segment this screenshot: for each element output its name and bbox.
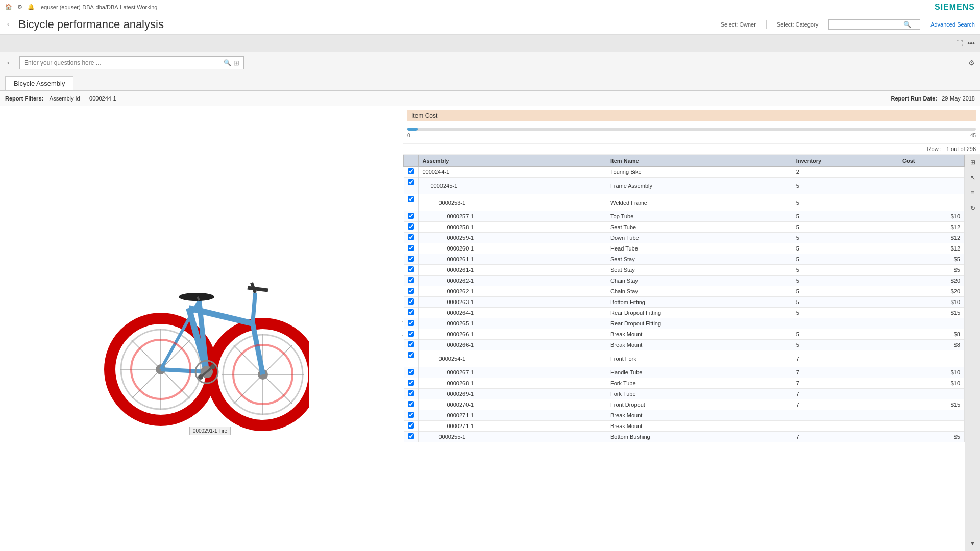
row-checkbox[interactable]	[408, 298, 414, 305]
table-row[interactable]: 0000244-1 Touring Bike 2	[404, 167, 965, 178]
table-row[interactable]: 0000270-1 Front Dropout 7 $15	[404, 399, 965, 410]
row-checkbox[interactable]	[408, 412, 414, 418]
filter-text: Report Filters: Assembly Id – 0000244-1	[5, 95, 116, 102]
assembly-column-header[interactable]: Assembly	[418, 155, 606, 167]
settings-icon[interactable]: ⚙	[17, 4, 22, 10]
row-checkbox[interactable]	[408, 196, 414, 202]
table-row[interactable]: 0000266-1 Break Mount 5 $8	[404, 329, 965, 340]
top-search-box[interactable]: 🔍	[828, 19, 920, 30]
row-checkbox[interactable]	[408, 341, 414, 347]
table-row[interactable]: 0000257-1 Top Tube 5 $10	[404, 211, 965, 222]
row-checkbox[interactable]	[408, 309, 414, 315]
searchbar-back-button[interactable]: ←	[5, 57, 15, 68]
row-checkbox[interactable]	[408, 213, 414, 219]
row-checkbox[interactable]	[408, 277, 414, 283]
assembly-id-cell: 0000265-1	[418, 318, 606, 329]
table-row[interactable]: 0000261-1 Seat Stay 5 $5	[404, 254, 965, 265]
table-row[interactable]: 0000262-1 Chain Stay 5 $20	[404, 276, 965, 286]
item-name-cell: Chain Stay	[606, 276, 792, 286]
cost-slider-track[interactable]	[407, 128, 976, 131]
row-checkbox[interactable]	[408, 223, 414, 230]
row-checkbox[interactable]	[408, 390, 414, 396]
inventory-cell: 5	[792, 194, 898, 211]
table-row[interactable]: 0000262-1 Chain Stay 5 $20	[404, 286, 965, 297]
search-icon[interactable]: 🔍	[224, 59, 231, 66]
tab-bicycle-assembly[interactable]: Bicycle Assembly	[5, 76, 74, 90]
cost-cell: $5	[898, 254, 965, 265]
assembly-id-value: 0000264-1	[423, 310, 474, 316]
advanced-search-link[interactable]: Advanced Search	[930, 21, 975, 28]
table-row[interactable]: — 0000254-1 Front Fork 7	[404, 350, 965, 367]
table-row[interactable]: 0000259-1 Down Tube 5 $12	[404, 233, 965, 243]
home-icon[interactable]: 🏠	[5, 4, 12, 10]
row-checkbox[interactable]	[408, 352, 414, 358]
row-checkbox[interactable]	[408, 422, 414, 429]
item-name-column-header[interactable]: Item Name	[606, 155, 792, 167]
filter-icon[interactable]: ⊞	[233, 59, 239, 67]
row-checkbox[interactable]	[408, 245, 414, 251]
row-checkbox[interactable]	[408, 380, 414, 386]
row-checkbox-cell	[404, 410, 419, 421]
row-checkbox-cell	[404, 243, 419, 254]
question-search-box[interactable]: 🔍 ⊞	[19, 56, 244, 69]
row-checkbox[interactable]	[408, 256, 414, 262]
cost-cell	[898, 410, 965, 421]
row-checkbox[interactable]	[408, 168, 414, 174]
table-row[interactable]: — 0000253-1 Welded Frame 5	[404, 194, 965, 211]
refresh-icon[interactable]: ↻	[968, 203, 977, 214]
table-row[interactable]: 0000261-1 Seat Stay 5 $5	[404, 265, 965, 276]
report-filters-label: Report Filters:	[5, 95, 43, 102]
bell-icon[interactable]: 🔔	[28, 4, 35, 10]
table-row[interactable]: 0000255-1 Bottom Bushing 7 $5	[404, 432, 965, 442]
row-checkbox[interactable]	[408, 369, 414, 375]
back-button[interactable]: ←	[5, 19, 14, 30]
row-checkbox[interactable]	[408, 433, 414, 439]
row-checkbox[interactable]	[408, 266, 414, 272]
table-row[interactable]: 0000260-1 Head Tube 5 $12	[404, 243, 965, 254]
assembly-id-value: 0000263-1	[423, 299, 474, 305]
row-checkbox-cell	[404, 329, 419, 340]
table-row[interactable]: 0000271-1 Break Mount	[404, 421, 965, 432]
table-row[interactable]: 0000267-1 Handle Tube 7 $10	[404, 367, 965, 378]
table-row[interactable]: 0000266-1 Break Mount 5 $8	[404, 340, 965, 350]
table-row[interactable]: 0000258-1 Seat Tube 5 $12	[404, 222, 965, 233]
expand-icon: —	[408, 360, 413, 365]
row-checkbox[interactable]	[408, 179, 414, 185]
more-icon[interactable]: •••	[967, 39, 975, 47]
item-cost-close-button[interactable]: —	[966, 112, 972, 119]
table-row[interactable]: 0000268-1 Fork Tube 7 $10	[404, 378, 965, 389]
grid-icon[interactable]: ⊞	[968, 157, 977, 168]
row-checkbox[interactable]	[408, 331, 414, 337]
row-checkbox[interactable]	[408, 288, 414, 294]
table-row[interactable]: 0000264-1 Rear Dropout Fitting 5 $15	[404, 308, 965, 318]
inventory-column-header[interactable]: Inventory	[792, 155, 898, 167]
data-table[interactable]: Assembly Item Name Inventory Cost 000024…	[403, 155, 965, 551]
table-row[interactable]: 0000271-1 Break Mount	[404, 410, 965, 421]
assembly-id-value: 0000254-1	[423, 356, 466, 362]
table-row[interactable]: 0000269-1 Fork Tube 7	[404, 389, 965, 399]
question-search-input[interactable]	[24, 59, 222, 66]
slider-min: 0	[407, 133, 410, 138]
table-row[interactable]: — 0000245-1 Frame Assembly 5	[404, 178, 965, 194]
cost-cell	[898, 178, 965, 194]
top-search-icon[interactable]: 🔍	[903, 21, 911, 28]
cost-column-header[interactable]: Cost	[898, 155, 965, 167]
table-row[interactable]: 0000265-1 Rear Dropout Fitting	[404, 318, 965, 329]
filter-dash: –	[83, 95, 86, 102]
settings-gear-icon[interactable]: ⚙	[968, 59, 975, 67]
top-search-input[interactable]	[832, 21, 903, 28]
assembly-id-cell: 0000262-1	[418, 286, 606, 297]
layers-icon[interactable]: ≡	[969, 187, 976, 198]
scroll-down-icon[interactable]: ▼	[968, 538, 978, 549]
row-checkbox[interactable]	[408, 401, 414, 407]
row-checkbox[interactable]	[408, 320, 414, 326]
collapse-panel-button[interactable]: ◄	[402, 321, 403, 336]
inventory-cell: 5	[792, 329, 898, 340]
row-checkbox[interactable]	[408, 234, 414, 240]
inventory-cell: 7	[792, 432, 898, 442]
cursor-icon[interactable]: ↖	[968, 172, 977, 183]
table-row[interactable]: 0000263-1 Bottom Fitting 5 $10	[404, 297, 965, 308]
assembly-id-cell: 0000258-1	[418, 222, 606, 233]
expand-icon[interactable]: ⛶	[956, 39, 963, 47]
filters-bar: Report Filters: Assembly Id – 0000244-1 …	[0, 91, 980, 106]
